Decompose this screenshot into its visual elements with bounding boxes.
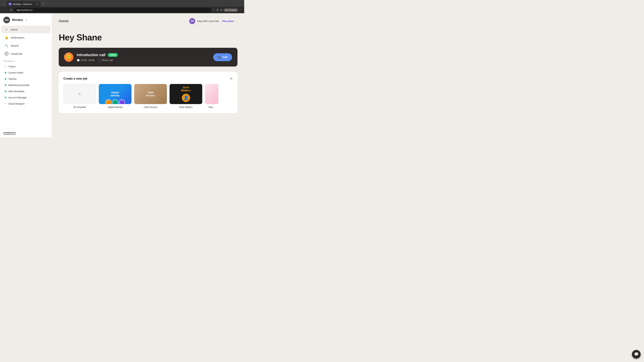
job-status-dot xyxy=(5,72,6,73)
view-plans-link[interactable]: View plans xyxy=(222,20,234,22)
sidebar-item-create-job[interactable]: + Create job xyxy=(1,50,50,57)
job-label: Trainer xyxy=(8,65,16,68)
face-1 xyxy=(106,99,112,104)
clock-icon: 🕐 xyxy=(77,59,80,61)
create-job-card: Create a new job ✕ + No template Digital… xyxy=(59,72,238,113)
face-3 xyxy=(119,99,125,104)
sidebar-item-web-developer[interactable]: Web Developer xyxy=(1,88,50,94)
trial-badge: 14 Days left in your trial View plans xyxy=(187,16,238,26)
forward-btn[interactable]: › xyxy=(6,8,8,12)
template-no-template[interactable]: + No template xyxy=(64,84,96,108)
sidebar-item-label: Search xyxy=(11,44,19,47)
interview-type: 📞 Phone call xyxy=(98,59,113,61)
template-name: Rac... xyxy=(205,106,218,108)
today-badge: Today xyxy=(108,53,118,57)
template-calm-access[interactable]: CalmAccess Calm Access xyxy=(134,84,167,108)
template-thumb-calm: CalmAccess xyxy=(134,84,167,104)
close-create-job-btn[interactable]: ✕ xyxy=(230,77,233,81)
brand-name: Moodjoy xyxy=(12,18,23,21)
menu-btn[interactable]: ⋮ xyxy=(240,8,242,11)
sidebar-item-label: Create job xyxy=(11,52,22,55)
url-input[interactable] xyxy=(14,8,212,12)
sidebar-item-label: Home xyxy=(11,28,18,31)
refresh-btn[interactable]: ↻ xyxy=(9,8,13,12)
digital-title: DigitalIdentity xyxy=(111,91,120,97)
bookmark-btn[interactable]: ☆ xyxy=(213,8,215,11)
homerun-logo: HOMERUN xyxy=(3,132,16,135)
app: MM Moodjoy ▾ ⌂ Home 🔔 Notifications 🔍 Se… xyxy=(0,13,244,137)
greeting-heading: Hey Shane xyxy=(59,32,238,42)
tab-expand-btn[interactable]: ⌄ xyxy=(1,2,6,6)
interview-card: 😊 Introduction call Today 🕐 23:45 - 00:0… xyxy=(59,48,238,66)
sidebar: MM Moodjoy ▾ ⌂ Home 🔔 Notifications 🔍 Se… xyxy=(0,13,52,137)
incognito-badge: 🕵 Incognito xyxy=(224,8,238,12)
job-status-dot xyxy=(5,90,6,92)
sidebar-item-marketing-associate[interactable]: Marketing Associate xyxy=(1,82,50,88)
page-title: Home xyxy=(59,19,68,23)
create-job-title: Create a new job xyxy=(64,77,88,80)
tab-close-btn[interactable]: ✕ xyxy=(36,3,38,5)
job-label: Marketing Associate xyxy=(8,84,29,86)
trial-text: Days left in your trial xyxy=(197,20,218,22)
sidebar-item-content-writer[interactable]: Content Writer xyxy=(1,70,50,76)
sidebar-item-teacher[interactable]: Teacher xyxy=(1,76,50,82)
sidebar-item-visual-designer[interactable]: Visual Designer xyxy=(1,101,50,107)
job-label: Content Writer xyxy=(8,71,24,74)
template-race[interactable]: Rac... xyxy=(205,84,218,108)
job-status-dot xyxy=(5,66,6,67)
user-avatar: MM xyxy=(3,16,10,23)
template-digital-identity[interactable]: DigitalIdentity Digital Identity xyxy=(99,84,132,108)
sidebar-item-notifications[interactable]: 🔔 Notifications xyxy=(1,34,50,41)
interview-avatar: 😊 xyxy=(64,52,74,62)
interview-meta: 🕐 23:45 - 00:00 📞 Phone call xyxy=(77,59,118,61)
sidebar-item-search[interactable]: 🔍 Search xyxy=(1,42,50,49)
dark-title: DarkMatters xyxy=(181,86,191,92)
templates-grid: + No template DigitalIdentity xyxy=(64,84,233,108)
digital-faces xyxy=(99,99,132,104)
extension-btn[interactable]: ⊕ xyxy=(220,8,222,11)
sidebar-item-home[interactable]: ⌂ Home xyxy=(1,26,50,33)
sidebar-item-account-manager[interactable]: Account Manager xyxy=(1,94,50,100)
topbar: Home 14 Days left in your trial View pla… xyxy=(52,13,244,29)
job-status-dot xyxy=(5,84,6,86)
interview-left: 😊 Introduction call Today 🕐 23:45 - 00:0… xyxy=(64,52,118,62)
new-tab-btn[interactable]: + xyxy=(41,2,46,6)
template-thumb-dark: DarkMatters 👤 xyxy=(170,84,202,104)
add-icon: + xyxy=(5,52,8,55)
template-dark-matters[interactable]: DarkMatters 👤 Dark Matters xyxy=(170,84,202,108)
create-job-header: Create a new job ✕ xyxy=(64,77,233,81)
job-label: Account Manager xyxy=(8,96,27,99)
download-btn[interactable]: ⬇ xyxy=(216,8,218,11)
dark-figure: 👤 xyxy=(182,94,190,102)
template-name: Calm Access xyxy=(134,106,167,108)
calm-title: CalmAccess xyxy=(146,91,155,97)
jobs-chevron-icon: ▾ xyxy=(14,60,14,62)
addr-actions: ☆ ⬇ ⊕ 🕵 Incognito ⋮ xyxy=(213,8,242,12)
brand-chevron-icon: ▾ xyxy=(26,19,27,21)
template-name: Digital Identity xyxy=(99,106,132,108)
interview-title-row: Introduction call Today xyxy=(77,53,118,57)
call-phone-icon: 📞 xyxy=(218,56,221,59)
job-status-dot xyxy=(5,78,6,80)
sidebar-header: MM Moodjoy ▾ xyxy=(0,13,52,25)
template-name: Dark Matters xyxy=(170,106,202,108)
call-button[interactable]: 📞 Call xyxy=(213,53,232,61)
tab-bar: ⌄ M Moodjoy - Homerun ✕ + xyxy=(0,0,244,7)
sidebar-item-label: Notifications xyxy=(11,36,24,39)
job-label: Teacher xyxy=(8,78,17,80)
main-content: Home 14 Days left in your trial View pla… xyxy=(52,13,244,137)
jobs-section-label: Your jobs ▾ xyxy=(0,58,52,63)
interview-time: 🕐 23:45 - 00:00 xyxy=(77,59,94,61)
content-area: Hey Shane 😊 Introduction call Today 🕐 2 xyxy=(52,29,244,137)
browser-chrome: ⌄ M Moodjoy - Homerun ✕ + ‹ › ↻ ☆ ⬇ ⊕ 🕵 … xyxy=(0,0,244,13)
back-btn[interactable]: ‹ xyxy=(2,8,4,12)
home-icon: ⌂ xyxy=(5,28,8,31)
job-status-dot xyxy=(5,103,6,105)
active-tab[interactable]: M Moodjoy - Homerun ✕ xyxy=(7,1,40,7)
sidebar-item-trainer[interactable]: Trainer xyxy=(1,63,50,69)
tab-title: Moodjoy - Homerun xyxy=(13,3,32,5)
job-label: Visual Designer xyxy=(8,102,25,105)
phone-icon: 📞 xyxy=(98,59,101,61)
tab-favicon: M xyxy=(9,3,12,5)
template-name: No template xyxy=(64,106,96,108)
